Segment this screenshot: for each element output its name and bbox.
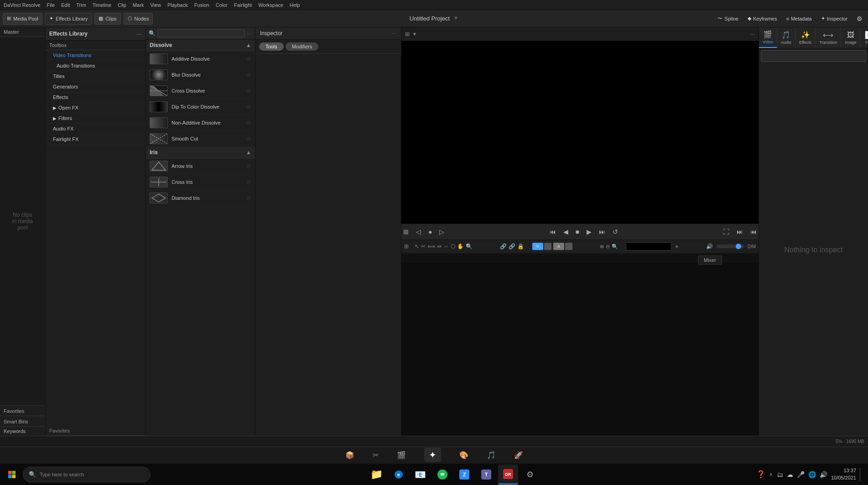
keywords-item[interactable]: Keywords <box>0 427 45 436</box>
next-marker-btn[interactable]: ▷ <box>437 227 446 236</box>
trim-tool-icon[interactable]: ⟺ <box>427 243 435 250</box>
cross-iris-star[interactable]: ☆ <box>246 179 251 185</box>
taskbar-zoom[interactable]: Z <box>454 464 474 485</box>
volume-icon[interactable]: 🔊 <box>706 243 713 250</box>
iris-collapse-icon[interactable]: ▲ <box>246 149 251 156</box>
taskbar-outlook[interactable]: 📧 <box>411 464 431 485</box>
cloud-icon[interactable]: ☁ <box>787 471 793 478</box>
mic-icon[interactable]: 🎤 <box>797 471 805 478</box>
timeline-tracks[interactable] <box>401 263 759 436</box>
slide-tool-icon[interactable]: ↔ <box>443 243 449 250</box>
nodes-button[interactable]: ⬡ Nodes <box>124 13 153 25</box>
menu-playback[interactable]: Playback <box>167 2 188 8</box>
taskbar-spotify[interactable] <box>432 464 452 485</box>
non-additive-dissolve-item[interactable]: Non-Additive Dissolve ☆ <box>146 115 255 131</box>
track-dropdown[interactable] <box>544 243 551 250</box>
pointer-tool-icon[interactable]: ↖ <box>415 243 419 250</box>
menu-trim[interactable]: Trim <box>76 2 86 8</box>
audio-track-dropdown[interactable] <box>565 243 572 250</box>
additive-dissolve-item[interactable]: Additive Dissolve ☆ <box>146 51 255 67</box>
mixer-label[interactable]: Mixer <box>698 256 722 265</box>
layout-btn[interactable]: ⊞ <box>401 227 411 236</box>
spline-button[interactable]: 〜 Spline <box>715 14 741 23</box>
menu-mark[interactable]: Mark <box>133 2 144 8</box>
nav-cut-icon[interactable]: ✂ <box>373 451 379 459</box>
nav-fairlight-icon[interactable]: 🎵 <box>487 451 496 459</box>
razor-tool-icon[interactable]: ⬡ <box>451 243 455 250</box>
snap-btn[interactable]: 🔗 <box>500 243 507 250</box>
smooth-cut-item[interactable]: Smooth Cut ☆ <box>146 131 255 147</box>
inspector-modifiers-tab[interactable]: Modifiers <box>286 42 319 51</box>
zoom-in-btn[interactable]: ⊕ <box>600 244 604 250</box>
volume-slider[interactable] <box>717 245 744 248</box>
nav-fusion-icon[interactable]: ✦ <box>424 448 441 462</box>
taskbar-search[interactable]: 🔍 Type here to search <box>23 467 151 482</box>
preview-options-icon[interactable]: ··· <box>750 31 755 37</box>
menu-help[interactable]: Help <box>290 2 300 8</box>
taskbar-clock[interactable]: 13:37 10/05/2021 <box>831 467 856 481</box>
menu-davinci-resolve[interactable]: DaVinci Resolve <box>4 2 41 8</box>
transitions-options[interactable]: ··· <box>247 30 252 37</box>
zoom-fit-btn[interactable]: 🔍 <box>612 244 618 250</box>
taskbar-edge[interactable]: e <box>389 464 409 485</box>
nav-deliver-icon[interactable]: 🚀 <box>514 451 523 459</box>
media-pool-button[interactable]: ⊞ Media Pool <box>3 13 42 25</box>
taskbar-davinci[interactable]: DR <box>498 464 518 485</box>
nav-edit-icon[interactable]: 🎬 <box>397 451 406 459</box>
volume-taskbar-icon[interactable]: 🔊 <box>820 471 827 478</box>
preview-layout-icon[interactable]: ⊞ <box>405 31 410 37</box>
stop-btn[interactable]: ■ <box>574 227 581 236</box>
keyframes-button[interactable]: ◆ Keyframes <box>745 15 780 22</box>
cross-dissolve-item[interactable]: Cross Dissolve ☆ <box>146 83 255 99</box>
right-tab-video[interactable]: 🎬 Video <box>759 27 777 48</box>
transitions-search-input[interactable] <box>157 29 245 37</box>
clips-button[interactable]: ▦ Clips <box>94 13 120 25</box>
fullscreen-btn[interactable]: ⛶ <box>721 227 731 236</box>
preview-dropdown-icon[interactable]: ▼ <box>412 31 417 37</box>
menu-file[interactable]: File <box>47 2 55 8</box>
nav-color-icon[interactable]: 🎨 <box>459 451 468 459</box>
zoom-out-btn[interactable]: ⊖ <box>606 244 610 250</box>
metadata-button[interactable]: ≡ Metadata <box>783 15 814 22</box>
right-tab-image[interactable]: 🖼 Image <box>841 27 860 48</box>
effects-library-button[interactable]: ✦ Effects Library <box>45 13 92 25</box>
help-icon[interactable]: ❓ <box>756 470 765 479</box>
toolbox-audio-fx[interactable]: Audio FX <box>46 124 146 134</box>
play-dot-btn[interactable]: ● <box>426 227 434 236</box>
cut-tool-icon[interactable]: ✂ <box>421 243 426 250</box>
inspector-button[interactable]: ✦ Inspector <box>818 15 850 22</box>
network-icon[interactable]: 🌐 <box>808 471 816 478</box>
diamond-iris-item[interactable]: Diamond Iris ☆ <box>146 190 255 206</box>
prev-marker-btn[interactable]: ◁ <box>414 227 423 236</box>
arrow-iris-star[interactable]: ☆ <box>246 163 251 169</box>
menu-fairlight[interactable]: Fairlight <box>234 2 252 8</box>
hand-tool-icon[interactable]: ✋ <box>457 243 464 250</box>
windows-start-button[interactable] <box>2 464 22 485</box>
additive-dissolve-star[interactable]: ☆ <box>246 56 251 62</box>
overflow-icon[interactable]: ⚙ <box>854 14 865 23</box>
show-desktop-btn[interactable] <box>860 468 863 481</box>
go-to-start-btn[interactable]: ⏮ <box>548 227 558 236</box>
dip-to-color-dissolve-item[interactable]: Dip To Color Dissolve ☆ <box>146 99 255 115</box>
link-btn[interactable]: 🔗 <box>509 243 515 250</box>
menu-clip[interactable]: Clip <box>118 2 126 8</box>
zoom-tool-icon[interactable]: 🔍 <box>466 243 473 250</box>
menu-edit[interactable]: Edit <box>61 2 70 8</box>
toolbox-titles[interactable]: Titles <box>46 71 146 82</box>
taskbar-teams[interactable]: T <box>476 464 496 485</box>
right-tab-transition[interactable]: ⟷ Transition <box>816 27 841 48</box>
menu-workspace[interactable]: Workspace <box>258 2 283 8</box>
toolbox-video-transitions[interactable]: Video Transitions <box>46 50 146 61</box>
menu-view[interactable]: View <box>150 2 161 8</box>
non-additive-dissolve-star[interactable]: ☆ <box>246 120 251 126</box>
arrow-iris-item[interactable]: Arrow Iris ☆ <box>146 158 255 174</box>
cross-iris-item[interactable]: Cross Iris ☆ <box>146 174 255 190</box>
go-to-end-btn[interactable]: ⏭ <box>597 227 607 236</box>
menu-timeline[interactable]: Timeline <box>93 2 111 8</box>
dip-to-color-dissolve-star[interactable]: ☆ <box>246 104 251 110</box>
inspector-options[interactable]: ··· <box>392 30 396 37</box>
blur-dissolve-star[interactable]: ☆ <box>246 72 251 78</box>
toolbox-audio-transitions[interactable]: Audio Transitions <box>46 61 146 71</box>
next-frame-btn[interactable]: ⏭ <box>735 227 745 236</box>
dropbox-icon[interactable]: 🗂 <box>777 471 783 478</box>
